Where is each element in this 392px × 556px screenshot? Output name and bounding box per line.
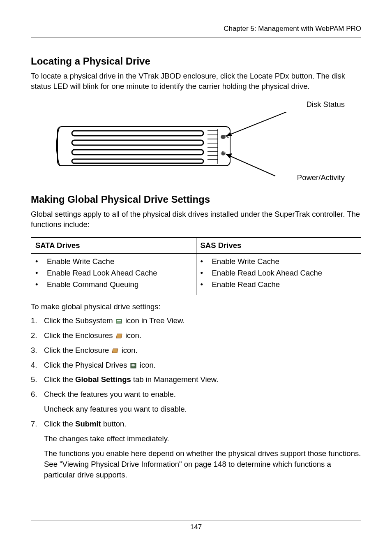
step-7: 7. Click the Submit button.: [31, 419, 361, 429]
sata-item-2: Enable Command Queuing: [47, 280, 138, 289]
power-activity-label: Power/Activity: [297, 173, 345, 182]
svg-rect-0: [58, 127, 230, 166]
locate-body-text: To locate a physical drive in the VTrak …: [31, 71, 361, 92]
sata-item-0: Enable Write Cache: [47, 257, 114, 266]
physical-drives-icon: [130, 363, 137, 368]
submit-button-name: Submit: [75, 419, 101, 428]
sas-cell: •Enable Write Cache •Enable Read Look Ah…: [196, 253, 361, 295]
enclosures-icon: [116, 333, 122, 339]
svg-marker-23: [116, 334, 122, 338]
step-7-sub1: The changes take effect immediately.: [44, 433, 361, 444]
step-7-sub2: The functions you enable here depend on …: [44, 448, 361, 480]
footer-separator: [31, 521, 361, 521]
sas-item-2: Enable Read Cache: [212, 280, 280, 289]
svg-rect-20: [116, 319, 122, 323]
sata-cell: •Enable Write Cache •Enable Read Look Ah…: [31, 253, 196, 295]
global-settings-tab-name: Global Settings: [75, 375, 131, 384]
table-header-sata: SATA Drives: [31, 237, 196, 253]
drive-carrier-illustration: [55, 112, 318, 178]
step-1: 1. Click the Subsystem icon in Tree View…: [31, 315, 361, 326]
steps-list: 1. Click the Subsystem icon in Tree View…: [31, 315, 361, 480]
page-number: 147: [0, 523, 392, 531]
svg-marker-24: [112, 349, 118, 353]
table-row: •Enable Write Cache •Enable Read Look Ah…: [31, 253, 361, 295]
step-5: 5. Click the Global Settings tab in Mana…: [31, 374, 361, 385]
step-6-sub: Uncheck any features you want to disable…: [44, 404, 361, 415]
svg-line-16: [226, 112, 296, 136]
svg-rect-4: [72, 159, 203, 163]
svg-line-18: [226, 154, 275, 176]
svg-marker-19: [226, 153, 232, 158]
step-2: 2. Click the Enclosures icon.: [31, 330, 361, 341]
disk-status-label: Disk Status: [306, 100, 345, 109]
svg-rect-2: [72, 140, 203, 145]
svg-rect-3: [72, 150, 203, 155]
table-header-sas: SAS Drives: [196, 237, 361, 253]
section-title-locate: Locating a Physical Drive: [31, 56, 361, 67]
drive-settings-table: SATA Drives SAS Drives •Enable Write Cac…: [31, 237, 361, 295]
drive-carrier-figure: Disk Status: [31, 100, 361, 182]
step-4: 4. Click the Physical Drives icon.: [31, 360, 361, 371]
enclosure-icon: [112, 348, 118, 354]
sas-item-1: Enable Read Look Ahead Cache: [212, 269, 322, 278]
subsystem-icon: [116, 318, 122, 324]
table-header-row: SATA Drives SAS Drives: [31, 237, 361, 253]
steps-lead-text: To make global physical drive settings:: [31, 302, 361, 312]
header-separator: [31, 37, 361, 37]
global-settings-intro: Global settings apply to all of the phys…: [31, 209, 361, 230]
step-3: 3. Click the Enclosure icon.: [31, 345, 361, 356]
svg-rect-22: [117, 322, 121, 322]
svg-rect-21: [117, 320, 121, 321]
svg-point-26: [131, 364, 135, 366]
step-6: 6. Check the features you want to enable…: [31, 389, 361, 400]
sas-item-0: Enable Write Cache: [212, 257, 279, 266]
svg-rect-1: [72, 131, 203, 136]
section-title-global-settings: Making Global Physical Drive Settings: [31, 194, 361, 205]
sata-item-1: Enable Read Look Ahead Cache: [47, 269, 157, 278]
chapter-header: Chapter 5: Management with WebPAM PRO: [31, 25, 361, 33]
